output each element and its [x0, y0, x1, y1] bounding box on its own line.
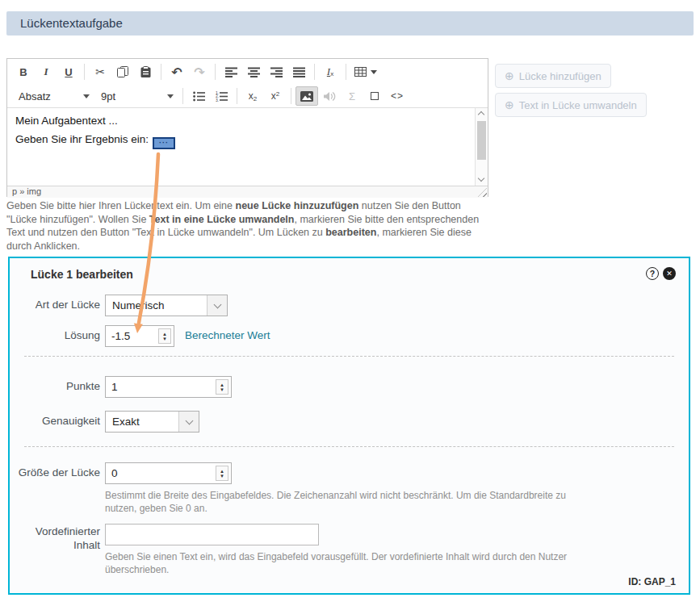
precision-select[interactable]: Exakt [105, 411, 199, 433]
undo-button[interactable]: ↶ [166, 62, 188, 81]
underline-icon: U [65, 66, 72, 78]
gap-edit-panel: Lücke 1 bearbeiten ? ✕ Art der Lücke Num… [8, 257, 690, 595]
add-gap-label: Lücke hinzufügen [519, 70, 601, 82]
chevron-down-icon [213, 300, 221, 308]
align-justify-button[interactable] [287, 62, 310, 81]
code-icon: <> [391, 90, 404, 102]
gap-type-select[interactable]: Numerisch [105, 295, 228, 316]
resize-grip-icon[interactable] [478, 188, 487, 197]
cut-button[interactable]: ✂ [89, 62, 111, 81]
precision-label: Genauigkeit [16, 415, 100, 427]
gap-type-label: Art der Lücke [16, 299, 100, 311]
audio-icon [324, 91, 336, 102]
plus-circle-icon: ⊕ [505, 99, 514, 111]
underline-button[interactable]: U [57, 62, 80, 81]
solution-label: Lösung [16, 329, 100, 341]
align-right-button[interactable] [265, 62, 287, 81]
redo-button[interactable]: ↷ [188, 62, 211, 81]
gap-type-value: Numerisch [106, 299, 207, 311]
editor-content-area[interactable]: Mein Aufgabentext ... Geben Sie ihr Erge… [7, 108, 488, 186]
frame-icon [371, 92, 379, 100]
select-dropdown-button[interactable] [207, 295, 227, 316]
gap-marker[interactable]: ··· [153, 137, 175, 149]
calculated-value-link[interactable]: Berechneter Wert [185, 329, 270, 341]
element-path: p » img [12, 186, 41, 196]
chevron-down-icon [83, 94, 90, 98]
points-label: Punkte [16, 380, 100, 392]
paragraph-format-select[interactable]: Absatz [12, 86, 94, 106]
bold-icon: B [19, 66, 27, 78]
code-button[interactable]: <> [386, 86, 409, 106]
paste-icon [140, 66, 151, 78]
question-icon[interactable]: ? [646, 267, 659, 280]
editor-paragraph[interactable]: Mein Aufgabentext ... [7, 108, 488, 127]
clear-format-button[interactable]: Ix [319, 62, 342, 81]
bullet-list-icon [193, 91, 205, 102]
frame-button[interactable] [363, 86, 386, 106]
number-spinner[interactable]: ▲▼ [216, 466, 228, 481]
image-button[interactable] [296, 86, 318, 106]
toolbar-separator [346, 64, 346, 80]
numbered-list-icon: 1.2.3. [216, 91, 228, 102]
align-left-icon [225, 67, 237, 77]
section-divider [24, 446, 674, 447]
predefined-content-input[interactable] [105, 524, 319, 545]
bold-button[interactable]: B [12, 62, 35, 81]
number-spinner[interactable]: ▲▼ [158, 328, 171, 344]
gap-size-input[interactable] [105, 462, 232, 484]
solution-field-wrap: ▲▼ [105, 325, 174, 347]
scroll-up-icon[interactable] [476, 108, 488, 119]
numbered-list-button[interactable]: 1.2.3. [210, 86, 233, 106]
italic-button[interactable]: I [35, 62, 57, 81]
cut-icon: ✂ [95, 65, 105, 78]
editor-paragraph[interactable]: Geben Sie ihr Ergebnis ein:··· [7, 127, 488, 149]
points-input[interactable] [105, 376, 232, 398]
close-icon[interactable]: ✕ [663, 267, 676, 280]
section-divider [24, 356, 674, 357]
align-right-icon [270, 67, 283, 77]
editor-toolbar: BIU✂↶↷Ix Absatz 9pt 1.2.3.x2x2Σ<> [7, 59, 488, 108]
copy-button[interactable] [111, 62, 134, 81]
points-field-wrap: ▲▼ [105, 376, 232, 398]
convert-text-to-gap-button[interactable]: ⊕ Text in Lücke umwandeln [495, 93, 647, 117]
scrollbar-thumb[interactable] [477, 121, 486, 160]
editor-text: Geben Sie ihr Ergebnis ein: [15, 133, 149, 145]
italic-icon: I [44, 65, 48, 78]
add-gap-button[interactable]: ⊕ Lücke hinzufügen [495, 64, 611, 88]
copy-icon [117, 66, 128, 77]
audio-button[interactable] [318, 86, 341, 106]
superscript-icon: x2 [271, 90, 279, 102]
table-button[interactable] [350, 62, 381, 81]
image-icon [300, 91, 313, 102]
toolbar-separator [161, 64, 161, 80]
align-center-button[interactable] [242, 62, 265, 81]
toolbar-separator [182, 88, 183, 104]
scroll-down-icon[interactable] [476, 174, 488, 186]
editor-hint-text: Geben Sie bitte hier Ihren Lückentext ei… [6, 199, 492, 253]
editor-scrollbar[interactable] [475, 108, 488, 186]
gap-size-label: Größe der Lücke [16, 466, 100, 479]
toolbar-separator [237, 88, 237, 104]
sigma-icon: Σ [349, 90, 355, 102]
subscript-button[interactable]: x2 [241, 86, 264, 106]
font-size-value: 9pt [101, 90, 115, 102]
paragraph-format-value: Absatz [19, 90, 51, 102]
sigma-button[interactable]: Σ [341, 86, 363, 106]
gap-size-field-wrap: ▲▼ [105, 462, 232, 484]
svg-text:3.: 3. [216, 97, 219, 101]
chevron-down-icon [167, 94, 174, 98]
superscript-button[interactable]: x2 [264, 86, 287, 106]
toolbar-row-1: BIU✂↶↷Ix [12, 59, 488, 85]
clear-format-icon: Ix [327, 65, 333, 78]
number-spinner[interactable]: ▲▼ [216, 379, 228, 395]
align-justify-icon [293, 67, 305, 77]
convert-text-to-gap-label: Text in Lücke umwandeln [519, 99, 637, 111]
font-size-select[interactable]: 9pt [94, 86, 178, 106]
align-left-button[interactable] [220, 62, 242, 81]
precision-value: Exakt [106, 416, 178, 428]
table-icon [354, 67, 377, 77]
rich-text-editor: BIU✂↶↷Ix Absatz 9pt 1.2.3.x2x2Σ<> Mein A… [6, 58, 488, 197]
bullet-list-button[interactable] [187, 86, 210, 106]
paste-button[interactable] [134, 62, 157, 81]
select-dropdown-button[interactable] [178, 412, 199, 432]
